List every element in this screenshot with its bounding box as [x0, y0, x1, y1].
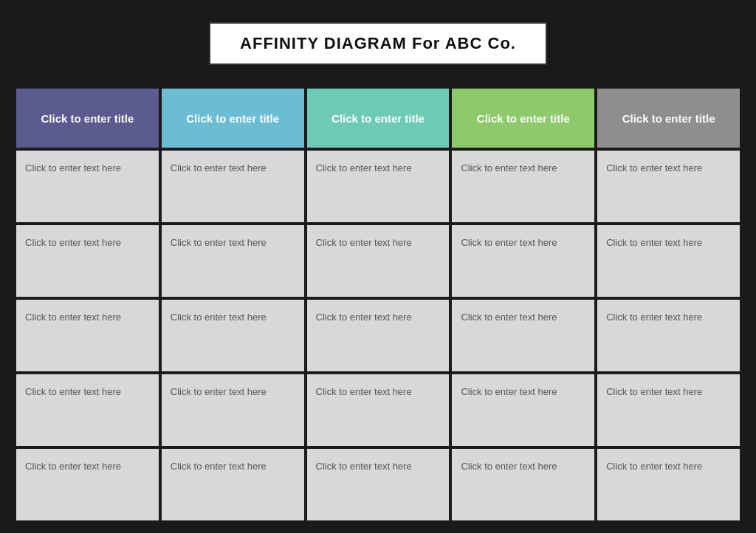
column-3: Click to enter title Click to enter text… — [306, 87, 451, 522]
table-row[interactable]: Click to enter text here — [452, 449, 594, 520]
table-row[interactable]: Click to enter text here — [162, 449, 304, 520]
table-row[interactable]: Click to enter text here — [597, 225, 740, 297]
table-row[interactable]: Click to enter text here — [597, 300, 740, 371]
table-row[interactable]: Click to enter text here — [452, 225, 594, 297]
column-2-header[interactable]: Click to enter title — [162, 89, 304, 148]
table-row[interactable]: Click to enter text here — [307, 449, 450, 520]
table-row[interactable]: Click to enter text here — [162, 374, 304, 446]
diagram-grid: Click to enter title Click to enter text… — [15, 87, 741, 522]
column-4: Click to enter title Click to enter text… — [450, 87, 596, 522]
table-row[interactable]: Click to enter text here — [597, 374, 740, 446]
table-row[interactable]: Click to enter text here — [16, 225, 159, 297]
column-2: Click to enter title Click to enter text… — [160, 87, 306, 522]
table-row[interactable]: Click to enter text here — [162, 151, 304, 222]
table-row[interactable]: Click to enter text here — [452, 300, 594, 371]
table-row[interactable]: Click to enter text here — [597, 151, 740, 222]
title-container: AFFINITY DIAGRAM For ABC Co. — [15, 15, 741, 72]
table-row[interactable]: Click to enter text here — [162, 225, 304, 297]
table-row[interactable]: Click to enter text here — [307, 374, 450, 446]
main-title[interactable]: AFFINITY DIAGRAM For ABC Co. — [209, 22, 547, 65]
table-row[interactable]: Click to enter text here — [307, 225, 450, 297]
column-5-header[interactable]: Click to enter title — [597, 89, 740, 148]
table-row[interactable]: Click to enter text here — [16, 300, 159, 371]
table-row[interactable]: Click to enter text here — [452, 151, 594, 222]
table-row[interactable]: Click to enter text here — [16, 151, 159, 222]
table-row[interactable]: Click to enter text here — [16, 374, 159, 446]
column-1-header[interactable]: Click to enter title — [16, 89, 159, 148]
column-4-header[interactable]: Click to enter title — [452, 89, 594, 148]
page-wrapper: AFFINITY DIAGRAM For ABC Co. Click to en… — [15, 15, 741, 522]
column-3-header[interactable]: Click to enter title — [307, 89, 450, 148]
table-row[interactable]: Click to enter text here — [597, 449, 740, 520]
table-row[interactable]: Click to enter text here — [16, 449, 159, 520]
column-5: Click to enter title Click to enter text… — [596, 87, 741, 522]
table-row[interactable]: Click to enter text here — [307, 151, 450, 222]
table-row[interactable]: Click to enter text here — [452, 374, 594, 446]
table-row[interactable]: Click to enter text here — [162, 300, 304, 371]
table-row[interactable]: Click to enter text here — [307, 300, 450, 371]
column-1: Click to enter title Click to enter text… — [15, 87, 160, 522]
